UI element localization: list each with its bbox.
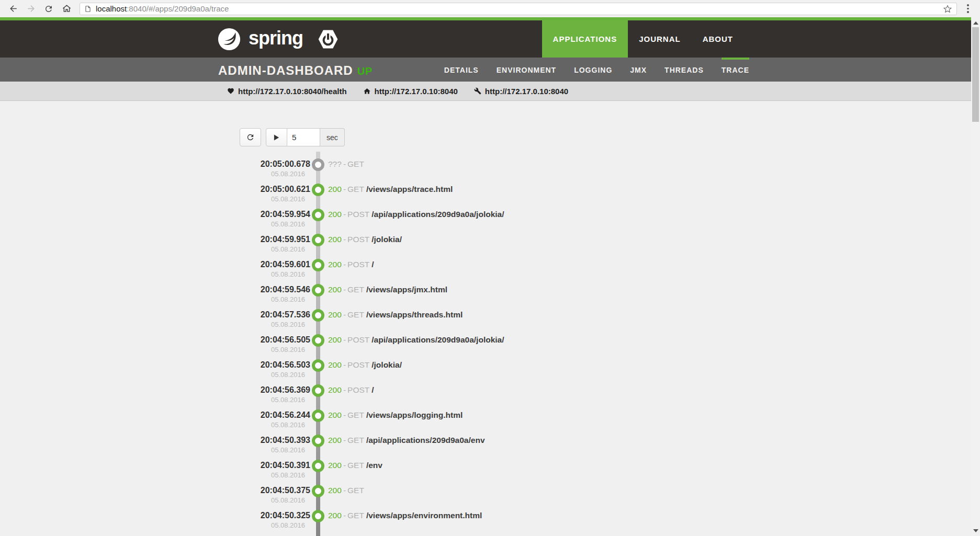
trace-separator: - bbox=[343, 410, 346, 419]
trace-method: GET bbox=[347, 486, 364, 495]
trace-entry: 20:04:57.536 05.08.2016 200-GET/views/ap… bbox=[187, 310, 784, 335]
trace-entry-detail[interactable]: 200-POST/ bbox=[328, 385, 374, 395]
trace-entry-detail[interactable]: ???-GET bbox=[328, 159, 366, 169]
trace-timestamp: 20:04:50.391 bbox=[187, 460, 310, 471]
trace-entry-detail[interactable]: 200-GET/views/apps/threads.html bbox=[328, 310, 463, 320]
trace-separator: - bbox=[343, 310, 346, 319]
trace-separator: - bbox=[343, 486, 346, 495]
trace-path: /env bbox=[366, 461, 382, 470]
service-url: http://172.17.0.10:8040 bbox=[375, 87, 458, 96]
tab-logging[interactable]: LOGGING bbox=[574, 58, 612, 82]
spring-leaf-icon bbox=[217, 27, 241, 51]
trace-entry-detail[interactable]: 200-GET bbox=[328, 485, 366, 496]
trace-method: GET bbox=[347, 410, 364, 419]
trace-entry-detail[interactable]: 200-GET/env bbox=[328, 460, 382, 471]
trace-entry: 20:04:56.369 05.08.2016 200-POST/ bbox=[187, 385, 784, 410]
trace-date: 05.08.2016 bbox=[187, 169, 310, 179]
trace-path: /api/applications/209d9a0a/jolokia/ bbox=[371, 210, 504, 219]
refresh-button[interactable] bbox=[240, 128, 261, 146]
tab-trace[interactable]: TRACE bbox=[722, 58, 749, 82]
trace-entry-timecol: 20:04:56.503 05.08.2016 bbox=[187, 360, 310, 380]
trace-entry-detail[interactable]: 200-GET/views/apps/jmx.html bbox=[328, 284, 447, 295]
trace-status: 200 bbox=[328, 210, 342, 219]
trace-status: 200 bbox=[328, 260, 342, 269]
trace-entry-timecol: 20:04:59.954 05.08.2016 bbox=[187, 209, 310, 229]
trace-entry-timecol: 20:05:00.621 05.08.2016 bbox=[187, 184, 310, 204]
forward-button[interactable] bbox=[25, 3, 37, 15]
reload-button[interactable] bbox=[42, 3, 55, 15]
trace-status: 200 bbox=[328, 185, 342, 193]
trace-entry: 20:04:59.546 05.08.2016 200-GET/views/ap… bbox=[187, 284, 784, 310]
spring-wordmark: spring bbox=[249, 29, 303, 48]
trace-date: 05.08.2016 bbox=[187, 521, 310, 530]
trace-entry-timecol: 20:04:56.244 05.08.2016 bbox=[187, 410, 310, 430]
timeline-dot-icon bbox=[312, 409, 324, 422]
address-bar[interactable]: localhost:8040/#/apps/209d9a0a/trace bbox=[80, 3, 957, 15]
trace-date: 05.08.2016 bbox=[187, 370, 310, 380]
trace-status: 200 bbox=[328, 310, 342, 319]
trace-timestamp: 20:04:56.369 bbox=[187, 385, 310, 395]
timeline-dot-icon bbox=[312, 460, 324, 472]
trace-entry-detail[interactable]: 200-POST/api/applications/209d9a0a/jolok… bbox=[328, 209, 504, 220]
trace-method: POST bbox=[347, 385, 369, 394]
bookmark-star-icon[interactable] bbox=[943, 4, 952, 14]
trace-separator: - bbox=[343, 260, 346, 269]
trace-date: 05.08.2016 bbox=[187, 345, 310, 355]
autorefresh-group: sec bbox=[266, 128, 345, 146]
trace-separator: - bbox=[343, 360, 346, 369]
refresh-controls: sec bbox=[240, 128, 784, 146]
trace-status: 200 bbox=[328, 436, 342, 444]
page-scrollbar[interactable] bbox=[971, 17, 980, 536]
trace-entry-detail[interactable]: 200-GET/api/applications/209d9a0a/env bbox=[328, 435, 485, 446]
timeline-dot-icon bbox=[312, 435, 324, 447]
trace-path: /jolokia/ bbox=[371, 360, 402, 369]
app-header: spring APPLICATIONS JOURNAL ABOUT bbox=[0, 20, 971, 58]
trace-entry-detail[interactable]: 200-GET/views/apps/trace.html bbox=[328, 184, 453, 195]
trace-timestamp: 20:04:57.536 bbox=[187, 310, 310, 320]
trace-timestamp: 20:05:00.621 bbox=[187, 184, 310, 195]
tab-environment[interactable]: ENVIRONMENT bbox=[497, 58, 556, 82]
status-badge: UP bbox=[357, 65, 373, 77]
trace-timestamp: 20:04:59.954 bbox=[187, 209, 310, 220]
trace-entry-detail[interactable]: 200-GET/views/apps/logging.html bbox=[328, 410, 463, 420]
trace-entry-detail[interactable]: 200-POST/ bbox=[328, 259, 374, 270]
browser-menu-icon[interactable] bbox=[963, 4, 973, 13]
service-link[interactable]: http://172.17.0.10:8040 bbox=[363, 87, 458, 96]
tab-details[interactable]: DETAILS bbox=[444, 58, 479, 82]
trace-timeline: 20:05:00.678 05.08.2016 ???-GET 20:05:00… bbox=[187, 159, 784, 535]
scrollbar-up-icon[interactable] bbox=[971, 18, 980, 27]
back-button[interactable] bbox=[7, 3, 19, 15]
interval-input[interactable] bbox=[287, 128, 320, 146]
trace-entry-timecol: 20:05:00.678 05.08.2016 bbox=[187, 159, 310, 179]
tab-jmx[interactable]: JMX bbox=[630, 58, 647, 82]
nav-item-applications[interactable]: APPLICATIONS bbox=[542, 20, 628, 58]
url-text[interactable]: localhost:8040/#/apps/209d9a0a/trace bbox=[96, 4, 943, 13]
page-title: ADMIN-DASHBOARDUP bbox=[218, 63, 373, 82]
play-button[interactable] bbox=[266, 128, 287, 146]
nav-item-about[interactable]: ABOUT bbox=[692, 20, 744, 58]
timeline-dot-icon bbox=[312, 158, 324, 171]
trace-entry-detail[interactable]: 200-POST/jolokia/ bbox=[328, 360, 402, 370]
health-url: http://172.17.0.10:8040/health bbox=[238, 87, 347, 96]
scrollbar-down-icon[interactable] bbox=[971, 526, 980, 535]
trace-entry-detail[interactable]: 200-POST/api/applications/209d9a0a/jolok… bbox=[328, 335, 504, 345]
nav-item-journal[interactable]: JOURNAL bbox=[628, 20, 692, 58]
health-link[interactable]: http://172.17.0.10:8040/health bbox=[227, 87, 347, 96]
scrollbar-thumb[interactable] bbox=[972, 27, 979, 122]
home-button[interactable] bbox=[60, 3, 73, 15]
trace-status: ??? bbox=[328, 159, 342, 168]
trace-separator: - bbox=[343, 385, 346, 394]
trace-entry-detail[interactable]: 200-GET/views/apps/environment.html bbox=[328, 510, 482, 521]
trace-method: POST bbox=[347, 235, 369, 244]
trace-entry-detail[interactable]: 200-POST/jolokia/ bbox=[328, 234, 402, 245]
trace-timestamp: 20:04:59.601 bbox=[187, 259, 310, 270]
page-icon bbox=[84, 5, 92, 13]
trace-timestamp: 20:04:50.375 bbox=[187, 485, 310, 496]
trace-method: POST bbox=[347, 260, 369, 269]
trace-entry-timecol: 20:04:50.391 05.08.2016 bbox=[187, 460, 310, 480]
trace-entry-timecol: 20:04:59.951 05.08.2016 bbox=[187, 234, 310, 254]
management-link[interactable]: http://172.17.0.10:8040 bbox=[474, 87, 568, 96]
tab-threads[interactable]: THREADS bbox=[664, 58, 704, 82]
trace-entry-timecol: 20:04:56.505 05.08.2016 bbox=[187, 335, 310, 355]
trace-method: GET bbox=[347, 310, 364, 319]
